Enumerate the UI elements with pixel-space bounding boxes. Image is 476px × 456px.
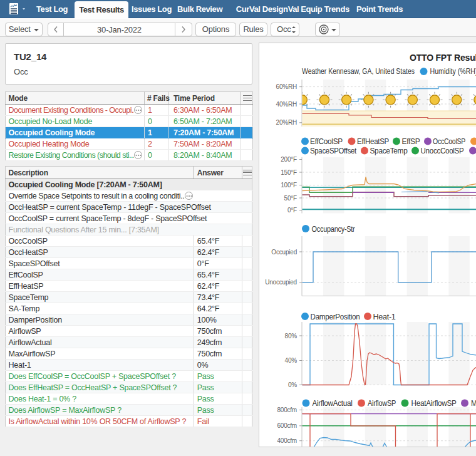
svg-text:EffSP: EffSP: [402, 137, 420, 146]
svg-text:0%: 0%: [288, 381, 297, 388]
svg-text:OccCoolSP: OccCoolSP: [433, 137, 465, 146]
svg-text:40%: 40%: [285, 357, 298, 364]
svg-text:Weather Kennesaw, GA, United S: Weather Kennesaw, GA, United States: [302, 67, 415, 76]
svg-text:100°F: 100°F: [281, 182, 297, 189]
svg-text:OTTO FPT Results: OTTO FPT Results: [410, 53, 476, 63]
svg-text:Heat-1: Heat-1: [373, 313, 396, 321]
svg-text:150°F: 150°F: [281, 169, 297, 176]
svg-text:80%: 80%: [285, 333, 298, 339]
svg-text:0°F: 0°F: [287, 207, 297, 214]
svg-text:HeatAirflowSP: HeatAirflowSP: [411, 399, 457, 408]
svg-text:200°F: 200°F: [281, 156, 297, 163]
svg-text:60%RH: 60%RH: [276, 83, 297, 90]
svg-text:400cfm: 400cfm: [277, 437, 297, 444]
svg-text:50°F: 50°F: [284, 195, 298, 202]
svg-text:800cfm: 800cfm: [277, 407, 297, 413]
svg-text:Humidity (%RH): Humidity (%RH): [430, 67, 476, 76]
svg-text:40%RH: 40%RH: [276, 101, 297, 108]
svg-text:MaxAirflowSP: MaxAirflowSP: [471, 399, 476, 408]
svg-text:Unoccupied: Unoccupied: [265, 279, 297, 286]
svg-text:600cfm: 600cfm: [277, 422, 297, 429]
svg-text:AirflowSP: AirflowSP: [368, 399, 396, 408]
svg-text:Occupied: Occupied: [271, 249, 297, 256]
svg-text:AirflowActual: AirflowActual: [313, 399, 353, 408]
svg-text:EffCoolSP: EffCoolSP: [310, 137, 343, 146]
svg-text:EffHeatSP: EffHeatSP: [357, 137, 389, 146]
svg-text:20%RH: 20%RH: [276, 119, 297, 126]
svg-text:SpaceSPOffset: SpaceSPOffset: [310, 147, 357, 155]
svg-text:DamperPosition: DamperPosition: [311, 313, 360, 321]
svg-text:SpaceTemp: SpaceTemp: [370, 147, 408, 155]
svg-text:UnoccCoolSP: UnoccCoolSP: [421, 147, 464, 155]
svg-text:Occupancy-Str: Occupancy-Str: [312, 225, 355, 234]
